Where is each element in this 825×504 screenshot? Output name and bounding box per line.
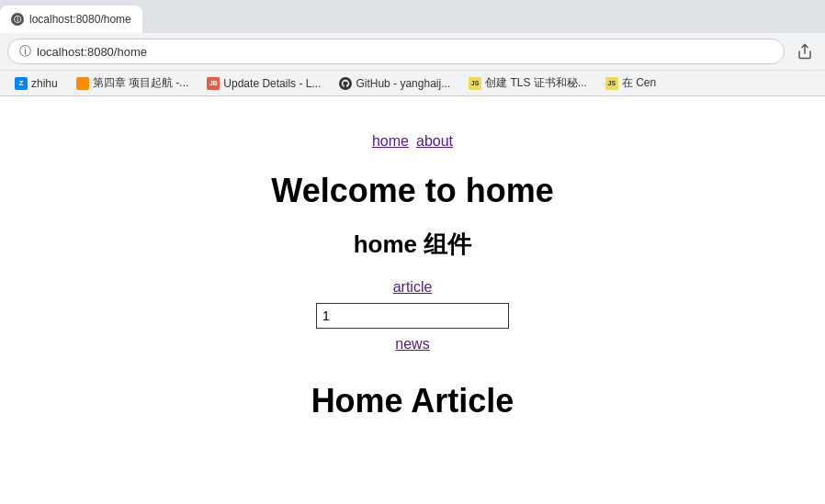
bookmark-label-zhihu: zhihu bbox=[31, 77, 58, 90]
tab-bar: ⓘ localhost:8080/home bbox=[0, 0, 825, 33]
news-link[interactable]: news bbox=[395, 336, 429, 353]
id-input[interactable] bbox=[316, 303, 509, 329]
tab-favicon: ⓘ bbox=[11, 13, 24, 26]
nav-about-link[interactable]: about bbox=[416, 133, 453, 150]
component-title: home 组件 bbox=[354, 229, 472, 261]
nav-links: home about bbox=[372, 133, 453, 150]
bookmark-zhihu[interactable]: Z zhihu bbox=[7, 75, 65, 92]
address-text: localhost:8080/home bbox=[37, 45, 147, 59]
bookmark-label-github: GitHub - yanghaij... bbox=[356, 77, 450, 90]
bookmark-favicon-chapter4 bbox=[76, 77, 89, 90]
browser-chrome: ⓘ localhost:8080/home ⓘ localhost:8080/h… bbox=[0, 0, 825, 96]
bookmark-label-js1: 创建 TLS 证书和秘... bbox=[485, 75, 587, 91]
bookmark-chapter4[interactable]: 第四章 项目起航 -... bbox=[69, 73, 197, 93]
bookmark-favicon-js2: JS bbox=[605, 77, 618, 90]
bookmarks-bar: Z zhihu 第四章 项目起航 -... JB Update Details … bbox=[0, 70, 825, 95]
bookmark-label-chapter4: 第四章 项目起航 -... bbox=[93, 75, 189, 91]
page-content: home about Welcome to home home 组件 artic… bbox=[0, 96, 825, 464]
bookmark-favicon-zhihu: Z bbox=[15, 77, 28, 90]
bookmark-jb[interactable]: JB Update Details - L... bbox=[199, 75, 328, 92]
nav-home-link[interactable]: home bbox=[372, 133, 409, 150]
address-bar[interactable]: ⓘ localhost:8080/home bbox=[7, 39, 785, 64]
lock-icon: ⓘ bbox=[19, 43, 31, 60]
tab-label: localhost:8080/home bbox=[29, 13, 131, 26]
bookmark-favicon-js1: JS bbox=[469, 77, 481, 90]
home-article-title: Home Article bbox=[311, 382, 514, 420]
share-button[interactable] bbox=[792, 39, 818, 64]
bookmark-label-js2: 在 Cen bbox=[622, 75, 656, 91]
bookmark-js1[interactable]: JS 创建 TLS 证书和秘... bbox=[461, 73, 594, 93]
active-tab[interactable]: ⓘ localhost:8080/home bbox=[0, 6, 142, 33]
article-link[interactable]: article bbox=[393, 279, 433, 296]
bookmark-js2[interactable]: JS 在 Cen bbox=[598, 73, 663, 93]
welcome-title: Welcome to home bbox=[271, 172, 553, 210]
address-bar-row: ⓘ localhost:8080/home bbox=[0, 33, 825, 70]
bookmark-github[interactable]: GitHub - yanghaij... bbox=[332, 75, 458, 92]
bookmark-favicon-github bbox=[339, 77, 352, 90]
bookmark-label-jb: Update Details - L... bbox=[223, 77, 321, 90]
svg-point-1 bbox=[78, 79, 87, 88]
bookmark-favicon-jb: JB bbox=[207, 77, 220, 90]
